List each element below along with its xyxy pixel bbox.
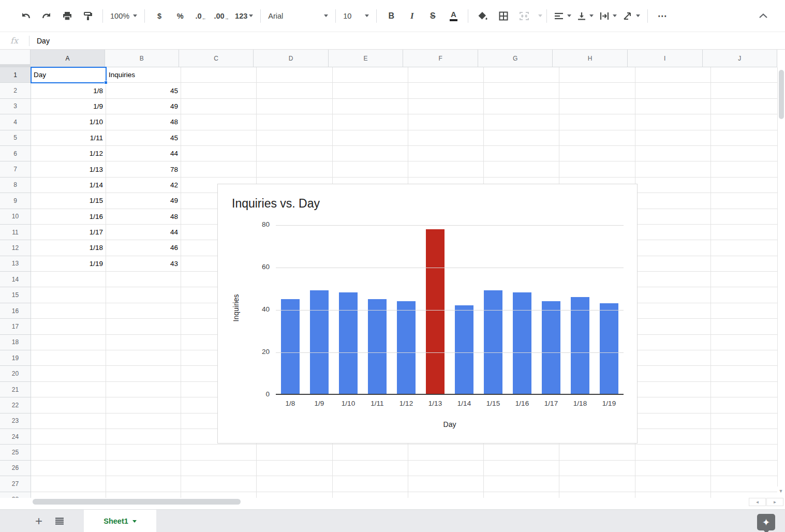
cell-D7[interactable] (257, 161, 332, 177)
cell-I8[interactable] (635, 178, 711, 193)
row-header-20[interactable]: 20 (0, 366, 31, 381)
cell-H27[interactable] (559, 476, 635, 492)
cell-B4[interactable]: 48 (106, 114, 181, 130)
cell-B2[interactable]: 45 (106, 83, 181, 98)
cell-A6[interactable]: 1/12 (31, 146, 106, 161)
cell-A22[interactable] (31, 397, 106, 413)
cell-H3[interactable] (559, 99, 635, 114)
cell-I7[interactable] (635, 161, 711, 177)
cell-J18[interactable] (711, 335, 777, 350)
merge-cells-button[interactable] (515, 7, 534, 25)
cell-C27[interactable] (181, 476, 257, 492)
cell-I25[interactable] (635, 445, 711, 460)
chart-bar-1/8[interactable] (281, 299, 300, 394)
borders-button[interactable] (494, 7, 513, 25)
cell-I5[interactable] (635, 130, 711, 146)
row-header-7[interactable]: 7 (0, 161, 31, 177)
explore-button[interactable]: ✦ (757, 514, 775, 530)
cell-H26[interactable] (559, 461, 635, 476)
decrease-decimal-button[interactable]: .0← (191, 7, 210, 25)
column-header-H[interactable]: H (553, 50, 628, 67)
embedded-chart[interactable]: Inquiries vs. Day 020406080 1/81/91/101/… (217, 184, 638, 444)
cell-E3[interactable] (333, 99, 408, 114)
cell-D4[interactable] (257, 114, 332, 130)
cell-H2[interactable] (559, 83, 635, 98)
cell-C3[interactable] (181, 99, 257, 114)
zoom-select[interactable]: 100% (107, 7, 140, 25)
scroll-left-button[interactable]: ◄ (749, 498, 766, 506)
cell-B17[interactable] (106, 319, 181, 334)
cell-E26[interactable] (333, 461, 408, 476)
row-header-5[interactable]: 5 (0, 130, 31, 146)
cell-A23[interactable] (31, 413, 106, 429)
strikethrough-button[interactable]: S (423, 7, 442, 25)
chart-bar-1/14[interactable] (455, 305, 473, 394)
cell-I23[interactable] (635, 413, 711, 429)
cell-I13[interactable] (635, 256, 711, 272)
cell-C26[interactable] (181, 461, 257, 476)
row-header-25[interactable]: 25 (0, 445, 31, 460)
cell-J23[interactable] (711, 413, 777, 429)
cell-B8[interactable]: 42 (106, 178, 181, 193)
cell-G26[interactable] (484, 461, 559, 476)
row-header-22[interactable]: 22 (0, 397, 31, 413)
text-wrap-menu[interactable] (597, 7, 620, 25)
cell-D3[interactable] (257, 99, 332, 114)
cell-B5[interactable]: 45 (106, 130, 181, 146)
cell-J6[interactable] (711, 146, 777, 161)
cell-C7[interactable] (181, 161, 257, 177)
cell-J3[interactable] (711, 99, 777, 114)
cell-J1[interactable] (711, 67, 777, 83)
column-header-J[interactable]: J (703, 50, 778, 67)
cell-H5[interactable] (559, 130, 635, 146)
cell-B11[interactable]: 44 (106, 225, 181, 240)
cell-A8[interactable]: 1/14 (31, 178, 106, 193)
row-header-24[interactable]: 24 (0, 429, 31, 445)
cell-A11[interactable]: 1/17 (31, 225, 106, 240)
cell-B7[interactable]: 78 (106, 161, 181, 177)
cell-H28[interactable] (559, 492, 635, 498)
cell-B28[interactable] (106, 492, 181, 498)
row-header-11[interactable]: 11 (0, 225, 31, 240)
cell-D27[interactable] (257, 476, 332, 492)
cell-J25[interactable] (711, 445, 777, 460)
cell-B10[interactable]: 48 (106, 209, 181, 225)
cell-H1[interactable] (559, 67, 635, 83)
cell-A16[interactable] (31, 303, 106, 319)
font-family-select[interactable]: Arial (265, 7, 331, 25)
cell-J10[interactable] (711, 209, 777, 225)
cell-G3[interactable] (484, 99, 559, 114)
cell-C25[interactable] (181, 445, 257, 460)
chart-bar-1/16[interactable] (513, 292, 531, 394)
row-header-26[interactable]: 26 (0, 461, 31, 476)
column-header-F[interactable]: F (403, 50, 478, 67)
chart-bar-1/9[interactable] (310, 290, 329, 394)
cell-I1[interactable] (635, 67, 711, 83)
cell-B20[interactable] (106, 366, 181, 381)
cell-J8[interactable] (711, 178, 777, 193)
horizontal-scrollbar-thumb[interactable] (33, 499, 241, 505)
cell-G7[interactable] (484, 161, 559, 177)
cell-J27[interactable] (711, 476, 777, 492)
cell-I19[interactable] (635, 350, 711, 366)
cell-I2[interactable] (635, 83, 711, 98)
vertical-scrollbar[interactable] (777, 67, 785, 496)
cell-I15[interactable] (635, 287, 711, 303)
cell-A26[interactable] (31, 461, 106, 476)
cell-J17[interactable] (711, 319, 777, 334)
row-header-19[interactable]: 19 (0, 350, 31, 366)
cell-A21[interactable] (31, 382, 106, 397)
font-size-select[interactable]: 10 (340, 7, 372, 25)
cell-B26[interactable] (106, 461, 181, 476)
cell-H25[interactable] (559, 445, 635, 460)
cell-F25[interactable] (408, 445, 484, 460)
cell-J2[interactable] (711, 83, 777, 98)
row-header-14[interactable]: 14 (0, 272, 31, 287)
cell-I14[interactable] (635, 272, 711, 287)
column-header-G[interactable]: G (478, 50, 553, 67)
cell-D2[interactable] (257, 83, 332, 98)
cell-E7[interactable] (333, 161, 408, 177)
cell-B18[interactable] (106, 335, 181, 350)
cell-J7[interactable] (711, 161, 777, 177)
cell-E27[interactable] (333, 476, 408, 492)
